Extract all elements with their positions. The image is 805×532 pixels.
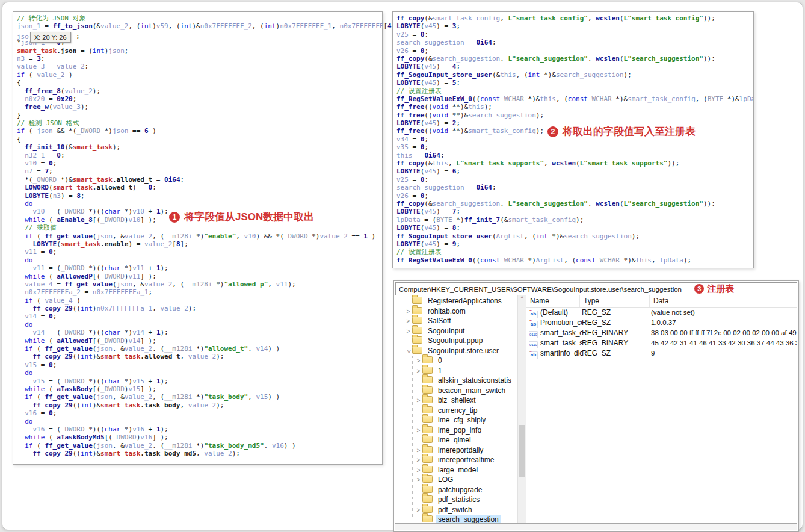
tree-item-label[interactable]: imereportrealtime	[436, 455, 496, 465]
tree-item-label[interactable]: pdf_statistics	[436, 495, 482, 504]
tree-item-label[interactable]: pdf_switch	[436, 505, 475, 515]
registry-address[interactable]: Computer\HKEY_CURRENT_USER\SOFTWARE\Sogo…	[399, 286, 682, 293]
code-token: ,	[196, 450, 204, 457]
tree-item-label[interactable]: rohitab.com	[425, 306, 468, 316]
chevron-right-icon[interactable]: >	[415, 426, 422, 436]
value-name[interactable]: (Default)	[540, 308, 568, 317]
tree-item-label[interactable]: large_model	[436, 465, 480, 475]
tree-item-ime_cfg_shiply[interactable]: ime_cfg_shiply	[395, 415, 517, 425]
tree-item-LOG[interactable]: >LOG	[395, 475, 517, 485]
registry-value-row[interactable]: 0110smart_task_configREG_BINARY38 03 00 …	[526, 328, 797, 338]
tree-item-label[interactable]: LOG	[436, 475, 455, 484]
tree-item-ime_pop_info[interactable]: >ime_pop_info	[395, 425, 517, 436]
tree-item-1[interactable]: >1	[395, 366, 517, 376]
value-data: (value not set)	[651, 308, 797, 318]
column-header-data[interactable]: Data	[650, 295, 797, 307]
registry-tree-pane: RegisteredApplications>rohitab.com>SalSo…	[395, 295, 526, 523]
tree-item-label[interactable]: SalSoft	[425, 316, 454, 326]
code-token: [(	[105, 433, 113, 441]
registry-value-row[interactable]: ab(Default)REG_SZ(value not set)	[526, 308, 797, 318]
code-token: v59	[156, 22, 168, 30]
tree-item-label[interactable]: 1	[436, 366, 445, 376]
folder-icon	[422, 416, 433, 423]
chevron-right-icon[interactable]: >	[415, 356, 422, 367]
tree-item-label[interactable]: SogouInput.store.user	[425, 346, 501, 356]
tree-item-imereportdaily[interactable]: >imereportdaily	[395, 445, 517, 456]
chevron-right-icon[interactable]: >	[405, 327, 412, 337]
chevron-right-icon[interactable]: >	[415, 396, 422, 406]
tree-item-label[interactable]: patchupgrade	[436, 485, 484, 495]
code-token: wcslen	[596, 55, 620, 63]
registry-value-row[interactable]: absmartinfo_dic_v...REG_SZ9	[526, 348, 797, 359]
tree-scrollbar[interactable]: ^	[517, 295, 526, 523]
code-token: .allowed_t	[113, 176, 152, 184]
code-token	[500, 256, 504, 264]
code-token: *)	[452, 216, 464, 224]
code-token: , (	[152, 345, 164, 353]
registry-value-row[interactable]: 0110smart_task_supp...REG_BINARY45 42 42…	[526, 338, 797, 348]
code-line: ff_copy(&search_suggestion, L"search_sug…	[396, 55, 753, 63]
tree-item-pdf_statistics[interactable]: pdf_statistics	[395, 495, 517, 505]
tree-item-imereportrealtime[interactable]: >imereportrealtime	[395, 455, 517, 465]
chevron-right-icon[interactable]: >	[415, 367, 422, 377]
tree-item-label[interactable]: currency_tip	[436, 406, 480, 415]
tree-item-biz_shellext[interactable]: >biz_shellext	[395, 395, 517, 406]
scroll-up-icon[interactable]: ^	[518, 295, 526, 303]
tree-item-label[interactable]: biz_shellext	[436, 395, 478, 405]
tree-item-pdf_switch[interactable]: >pdf_switch	[395, 505, 517, 515]
code-token: char	[105, 329, 121, 336]
value-data: 38 03 00 00 ff ff ff 7f 2c 00 02 00 02 0…	[651, 328, 797, 338]
tree-item-large_model[interactable]: >large_model	[395, 465, 517, 475]
tree-item-0[interactable]: >0	[395, 356, 517, 366]
registry-value-row[interactable]: abPromotion_conf...REG_SZ1.0.0.37	[526, 318, 797, 328]
value-name[interactable]: Promotion_conf...	[540, 318, 582, 327]
code-token: .json	[57, 47, 76, 55]
chevron-right-icon[interactable]: >	[405, 307, 412, 317]
code-token: ff_get_value	[45, 232, 92, 240]
chevron-right-icon[interactable]: >	[415, 466, 422, 476]
tree-item-label[interactable]: beacon_main_switch	[436, 386, 508, 395]
chevron-right-icon[interactable]: >	[405, 317, 412, 327]
tree-item-patchupgrade[interactable]: patchupgrade	[395, 485, 517, 495]
tree-item-allskin_statusiconstatis[interactable]: allskin_statusiconstatis	[395, 376, 517, 386]
code-token: _DWORD	[100, 273, 125, 280]
value-name[interactable]: smart_task_supp...	[540, 339, 582, 347]
folder-icon	[422, 426, 433, 433]
chevron-right-icon[interactable]: >	[415, 456, 422, 466]
code-token: void	[433, 111, 449, 119]
tree-item-label[interactable]: ime_pop_info	[436, 425, 484, 435]
code-token: *)&	[540, 71, 556, 79]
column-header-type[interactable]: Type	[580, 295, 650, 307]
tree-item-label[interactable]: 0	[436, 356, 445, 365]
code-token: _DWORD	[61, 425, 85, 433]
tree-item-SogouInput.store.user[interactable]: >SogouInput.store.user	[395, 346, 517, 356]
code-token: =	[409, 31, 421, 39]
folder-icon	[422, 495, 433, 503]
code-token: n0x20	[25, 95, 45, 103]
code-token: json	[37, 127, 53, 135]
tree-item-label[interactable]: SogouInput	[425, 326, 467, 336]
value-name[interactable]: smartinfo_dic_v...	[540, 349, 582, 357]
tree-item-label[interactable]: SogouInput.ppup	[425, 336, 485, 345]
tree-item-currency_tip[interactable]: currency_tip	[395, 406, 517, 416]
chevron-right-icon[interactable]: >	[415, 475, 422, 486]
chevron-right-icon[interactable]: >	[415, 506, 422, 516]
tree-item-label[interactable]: RegisteredApplications	[425, 296, 504, 306]
code-token: ;	[456, 22, 460, 30]
tree-item-label[interactable]: search_suggestion	[436, 515, 501, 523]
scrollbar-thumb[interactable]	[519, 425, 525, 477]
tree-item-search_suggestion[interactable]: search_suggestion	[395, 515, 517, 523]
code-token: v14	[128, 337, 140, 345]
column-header-name[interactable]: Name	[526, 295, 580, 307]
chevron-right-icon[interactable]: >	[415, 446, 422, 456]
value-name[interactable]: smart_task_config	[540, 329, 582, 337]
tree-item-beacon_main_switch[interactable]: beacon_main_switch	[395, 386, 517, 396]
tree-item-label[interactable]: ime_cfg_shiply	[436, 415, 488, 425]
tree-item-label[interactable]: allskin_statusiconstatis	[436, 376, 514, 385]
registry-address-bar[interactable]: Computer\HKEY_CURRENT_USER\SOFTWARE\Sogo…	[395, 282, 797, 295]
code-token: .enable	[100, 240, 128, 248]
tree-item-ime_qimei[interactable]: ime_qimei	[395, 435, 517, 445]
tree-item-label[interactable]: imereportdaily	[436, 445, 486, 455]
code-token: = (	[76, 47, 93, 55]
tree-item-label[interactable]: ime_qimei	[436, 435, 473, 445]
